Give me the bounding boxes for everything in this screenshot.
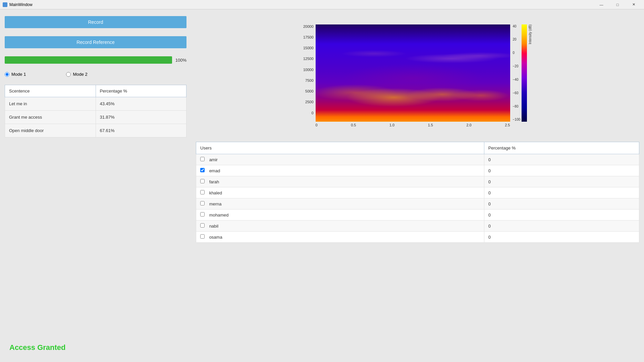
yaxis-label: 10000: [303, 68, 314, 72]
users-section: Users Percentage % amir 0 emad 0 farah 0…: [191, 142, 644, 362]
mode2-radio-input[interactable]: [66, 72, 71, 77]
colorbar-value-label: −20: [513, 64, 521, 68]
mode2-label: Mode 2: [73, 72, 87, 77]
xaxis-label: 2.0: [466, 123, 471, 127]
svg-rect-0: [3, 3, 7, 6]
window-controls: — □ ✕: [594, 0, 641, 9]
colorbar-gradient: [522, 24, 527, 122]
users-percentage-col-header: Percentage %: [484, 142, 639, 154]
user-name: farah: [209, 179, 219, 184]
user-checkbox[interactable]: [200, 212, 205, 217]
colorbar-value-label: −60: [513, 91, 521, 95]
spectrogram-main: 00.51.01.52.02.5: [316, 24, 510, 127]
user-percentage-cell: 0: [484, 176, 639, 187]
user-name: emad: [209, 168, 220, 173]
mode1-radio[interactable]: Mode 1: [5, 72, 26, 77]
right-panel: 20000175001500012500100007500500025000 0…: [191, 9, 644, 362]
spectrogram-section: 20000175001500012500100007500500025000 0…: [191, 9, 644, 142]
progress-label: 100%: [175, 58, 186, 63]
colorbar-title-label: Intensity (dB): [528, 24, 532, 44]
maximize-button[interactable]: □: [610, 0, 625, 9]
close-button[interactable]: ✕: [626, 0, 641, 9]
colorbar-value-label: 40: [513, 24, 521, 28]
spectrogram-yaxis: 20000175001500012500100007500500025000: [303, 24, 316, 122]
user-row: merna 0: [196, 198, 639, 209]
percentage-col-header: Percentage %: [96, 85, 186, 97]
yaxis-label: 5000: [305, 89, 313, 93]
yaxis-label: 2500: [305, 100, 313, 104]
user-percentage-cell: 0: [484, 165, 639, 176]
sentence-row: Open middle door 67.61%: [5, 124, 186, 137]
record-reference-button[interactable]: Record Reference: [5, 36, 186, 48]
yaxis-label: 0: [311, 111, 313, 115]
user-name-cell: osama: [196, 232, 484, 243]
user-name: osama: [209, 235, 222, 240]
progress-bar-background: [5, 56, 172, 64]
user-checkbox[interactable]: [200, 234, 205, 239]
colorbar-inner: 40200−20−40−60−80−100: [513, 24, 527, 122]
user-checkbox[interactable]: [200, 201, 205, 205]
sentence-cell: Open middle door: [5, 124, 96, 137]
user-name-cell: farah: [196, 176, 484, 187]
user-name-cell: nabil: [196, 221, 484, 232]
xaxis-label: 0.5: [351, 123, 356, 127]
access-granted-label: Access Granted: [5, 340, 186, 355]
record-button[interactable]: Record: [5, 16, 186, 28]
colorbar-container: 40200−20−40−60−80−100 Intensity (dB): [513, 24, 532, 122]
mode2-radio[interactable]: Mode 2: [66, 72, 87, 77]
user-row: farah 0: [196, 176, 639, 187]
user-name: merna: [209, 201, 222, 206]
mode1-radio-input[interactable]: [5, 72, 9, 77]
user-name-cell: emad: [196, 165, 484, 176]
user-checkbox[interactable]: [200, 157, 205, 161]
mode-radio-group: Mode 1 Mode 2: [5, 72, 186, 77]
user-checkbox[interactable]: [200, 179, 205, 183]
left-panel: Record Record Reference 100% Mode 1 Mode…: [0, 9, 191, 362]
user-checkbox[interactable]: [200, 223, 205, 228]
user-row: khaled 0: [196, 187, 639, 198]
xaxis-label: 1.0: [389, 123, 394, 127]
spectrogram-xaxis: 00.51.01.52.02.5: [316, 122, 510, 127]
xaxis-label: 0: [316, 123, 318, 127]
sentence-cell: Grant me access: [5, 111, 96, 124]
yaxis-label: 15000: [303, 46, 314, 50]
user-name-cell: amir: [196, 154, 484, 165]
sentence-cell: Let me in: [5, 97, 96, 111]
user-checkbox[interactable]: [200, 168, 205, 172]
user-percentage-cell: 0: [484, 209, 639, 221]
sentences-table: Scentence Percentage % Let me in 43.45% …: [5, 85, 186, 137]
user-percentage-cell: 0: [484, 198, 639, 209]
minimize-button[interactable]: —: [594, 0, 609, 9]
titlebar-left: MainWindow: [3, 2, 33, 7]
user-row: amir 0: [196, 154, 639, 165]
users-col-header: Users: [196, 142, 484, 154]
user-percentage-cell: 0: [484, 154, 639, 165]
mode1-label: Mode 1: [11, 72, 26, 77]
sentence-row: Let me in 43.45%: [5, 97, 186, 111]
xaxis-label: 2.5: [505, 123, 510, 127]
user-row: osama 0: [196, 232, 639, 243]
user-name-cell: mohamed: [196, 209, 484, 221]
user-checkbox[interactable]: [200, 190, 205, 194]
user-name: khaled: [209, 190, 222, 195]
progress-bar-fill: [5, 56, 172, 64]
spectrogram-overlay: [316, 24, 510, 122]
colorbar-value-labels: 40200−20−40−60−80−100: [513, 24, 522, 122]
colorbar-value-label: −80: [513, 105, 521, 108]
user-percentage-cell: 0: [484, 187, 639, 198]
spectrogram-canvas: [316, 24, 510, 122]
users-table: Users Percentage % amir 0 emad 0 farah 0…: [196, 142, 639, 243]
yaxis-label: 17500: [303, 35, 314, 39]
colorbar-value-label: 0: [513, 51, 521, 55]
user-name-cell: khaled: [196, 187, 484, 198]
colorbar-visual: 40200−20−40−60−80−100: [513, 24, 527, 122]
titlebar: MainWindow — □ ✕: [0, 0, 644, 9]
sentence-row: Grant me access 31.87%: [5, 111, 186, 124]
main-container: Record Record Reference 100% Mode 1 Mode…: [0, 9, 644, 362]
sentence-percentage-cell: 31.87%: [96, 111, 186, 124]
colorbar-value-label: −40: [513, 78, 521, 81]
window-title: MainWindow: [9, 2, 33, 7]
sentence-percentage-cell: 43.45%: [96, 97, 186, 111]
user-name: amir: [209, 157, 218, 162]
user-row: mohamed 0: [196, 209, 639, 221]
